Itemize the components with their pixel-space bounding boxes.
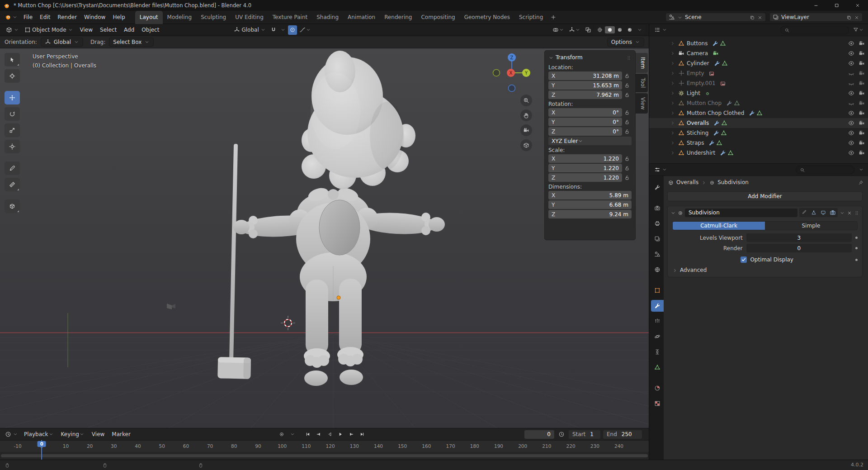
optimal-display-checkbox[interactable] [741,256,747,263]
lock-icon[interactable] [624,119,632,125]
proportional-falloff-dropdown[interactable] [298,25,312,35]
hide-in-viewport-toggle[interactable] [848,120,854,127]
orientation-dropdown[interactable]: Global [231,25,268,35]
sidebar-tab-item[interactable]: Item [636,53,648,73]
expand-icon[interactable] [670,51,676,56]
tool-add-cube[interactable] [5,199,20,213]
timeline-menu-view[interactable]: View [88,430,108,439]
expand-icon[interactable] [670,150,676,156]
scene-selector[interactable]: Scene [665,13,766,22]
camera-view-button[interactable] [520,124,532,136]
location-z-field[interactable]: Z7.962 m [548,90,622,99]
animate-property-dot[interactable] [855,237,858,239]
collapse-icon[interactable] [548,54,554,61]
tool-select-box[interactable] [5,53,20,66]
preview-range-toggle[interactable] [557,430,566,439]
location-x-field[interactable]: X31.208 m [548,71,622,80]
disable-in-renders-toggle[interactable] [859,40,865,47]
hide-in-viewport-toggle[interactable] [848,60,854,67]
expand-icon[interactable] [670,61,676,66]
expand-icon[interactable] [670,120,676,126]
rotation-x-field[interactable]: X0° [548,108,622,117]
menu-file[interactable]: File [20,13,36,22]
outliner-row-stiching[interactable]: Stiching [649,128,868,138]
snap-settings-dropdown[interactable] [279,25,287,35]
play-button[interactable] [335,430,345,439]
jump-to-start-button[interactable] [303,430,313,439]
expand-icon[interactable] [670,90,676,96]
render-toggle[interactable] [828,209,837,217]
lock-icon[interactable] [624,83,632,88]
outliner-row-undershirt[interactable]: Undershirt [649,148,868,158]
add-workspace-button[interactable] [547,14,559,20]
properties-tab-data[interactable] [651,361,664,373]
properties-tab-modifiers[interactable] [651,300,664,312]
advanced-section-toggle[interactable]: Advanced [672,267,858,273]
disable-in-renders-toggle[interactable] [859,140,865,147]
playhead[interactable]: 0 [41,440,42,460]
gizmo-z-axis[interactable]: Z [508,53,516,62]
workspace-tab-geometry-nodes[interactable]: Geometry Nodes [460,11,514,24]
lock-icon[interactable] [624,156,632,161]
expand-icon[interactable] [670,130,676,136]
workspace-tab-modeling[interactable]: Modeling [163,11,197,24]
outliner-row-straps[interactable]: Straps [649,138,868,148]
drag-handle-icon[interactable] [854,209,859,216]
hide-in-viewport-toggle[interactable] [848,90,854,97]
zoom-button[interactable] [520,95,532,106]
collapse-icon[interactable] [670,209,676,216]
xray-toggle[interactable] [584,25,593,35]
scale-y-field[interactable]: Y1.220 [548,164,622,172]
hide-in-viewport-toggle[interactable] [848,70,854,77]
timeline-track-area[interactable] [0,452,649,460]
properties-tab-texture[interactable] [651,398,664,409]
properties-tab-object[interactable] [651,285,664,296]
scale-x-field[interactable]: X1.220 [548,154,622,163]
breadcrumb-object[interactable]: Overalls [676,179,698,185]
hide-in-viewport-toggle[interactable] [848,40,854,47]
new-view-layer-icon[interactable] [846,14,852,20]
menu-edit[interactable]: Edit [36,13,54,22]
breadcrumb-modifier[interactable]: Subdivision [717,179,749,185]
jump-to-end-button[interactable] [357,430,367,439]
outliner-row-overalls[interactable]: Overalls [649,118,868,128]
hide-in-viewport-toggle[interactable] [848,100,854,107]
panel-grip-icon[interactable] [626,54,632,61]
hide-in-viewport-toggle[interactable] [848,140,854,147]
disable-in-renders-toggle[interactable] [859,50,865,57]
expand-icon[interactable] [670,41,676,46]
disable-in-renders-toggle[interactable] [859,130,865,137]
shading-wireframe-button[interactable] [595,26,605,33]
blender-menu-button[interactable] [3,14,20,20]
shading-options-dropdown[interactable] [635,26,645,33]
outliner-row-light[interactable]: Light [649,88,868,98]
rotation-z-field[interactable]: Z0° [548,127,622,136]
filter-button[interactable] [852,25,865,35]
edit-mode-toggle[interactable] [800,209,809,217]
dimensions-y-field[interactable]: Y6.68 m [548,200,632,209]
hide-in-viewport-toggle[interactable] [848,110,854,117]
properties-tab-render[interactable] [651,202,664,214]
lock-icon[interactable] [624,92,632,98]
add-modifier-button[interactable]: Add Modifier [667,191,863,201]
tool-annotate[interactable] [5,161,20,175]
shading-rendered-button[interactable] [625,26,635,33]
disable-in-renders-toggle[interactable] [859,110,865,117]
expand-icon[interactable] [670,71,676,76]
on-cage-toggle[interactable] [809,209,818,217]
auto-keying-toggle[interactable] [277,430,287,439]
mode-dropdown[interactable]: Object Mode [22,25,75,35]
outliner-row-mutton-chop[interactable]: Mutton Chop [649,98,868,108]
disable-in-renders-toggle[interactable] [859,90,865,97]
play-reverse-button[interactable] [325,430,335,439]
timeline-ruler[interactable]: -100102030405060708090100110120130140150… [0,440,649,452]
tool-move[interactable] [5,91,20,104]
transform-orientation-select[interactable]: Global [41,38,83,47]
expand-icon[interactable] [670,81,676,86]
properties-tab-output[interactable] [651,218,664,229]
workspace-tab-sculpting[interactable]: Sculpting [196,11,231,24]
workspace-tab-uv-editing[interactable]: UV Editing [231,11,268,24]
menu-render[interactable]: Render [54,13,80,22]
timeline-scrollbar[interactable] [1,454,648,457]
render-field[interactable]: 0 [746,244,852,252]
